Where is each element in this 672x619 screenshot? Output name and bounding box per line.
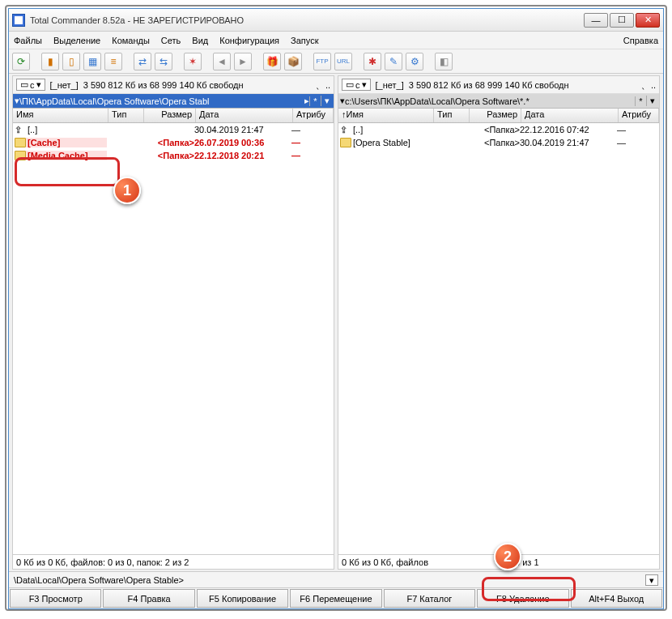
updir-icon: ⇪	[340, 125, 351, 134]
list-item[interactable]: ⇪[..] 30.04.2019 21:47—	[13, 123, 334, 136]
menu-config[interactable]: Конфигурация	[219, 36, 279, 45]
f6-move-button[interactable]: F6 Перемещение	[290, 589, 381, 608]
folder-icon	[15, 151, 26, 160]
start-menu-icon[interactable]: ✱	[364, 53, 381, 70]
command-line[interactable]: \Data\Local\Opera Software\Opera Stable>…	[9, 571, 663, 587]
menu-commands[interactable]: Команды	[112, 36, 150, 45]
altf4-exit-button[interactable]: Alt+F4 Выход	[571, 589, 662, 608]
col-type: Тип	[434, 109, 470, 122]
left-filelist[interactable]: ⇪[..] 30.04.2019 21:47— [Cache] <Папка> …	[13, 123, 334, 554]
f5-copy-button[interactable]: F5 Копирование	[197, 589, 288, 608]
col-attr: Атрибу	[293, 109, 334, 122]
root-button[interactable]: ˎ	[316, 79, 321, 90]
control-panel-icon[interactable]: ⚙	[406, 53, 423, 70]
parent-button[interactable]: ..	[651, 80, 656, 90]
folder-icon	[340, 138, 351, 147]
parent-button[interactable]: ..	[325, 80, 330, 90]
col-name: Имя	[13, 109, 108, 122]
left-column-header[interactable]: Имя Тип Размер Дата Атрибу	[13, 109, 334, 123]
col-size: Размер	[470, 109, 521, 122]
pack-icon[interactable]: 🎁	[263, 53, 281, 70]
f4-edit-button[interactable]: F4 Правка	[103, 589, 194, 608]
app-icon	[12, 14, 25, 27]
right-drivebar: ▭ c ▾ [_нет_] 3 590 812 Кб из 68 999 140…	[338, 76, 659, 94]
updir-icon: ⇪	[15, 125, 26, 134]
drive-free-space: 3 590 812 Кб из 68 999 140 Кб свободн	[83, 80, 311, 90]
menu-net[interactable]: Сеть	[161, 36, 181, 45]
right-pathbar[interactable]: ▾ c:\Users\ПК\AppData\Local\Opera Softwa…	[338, 94, 659, 109]
col-size: Размер	[144, 109, 196, 122]
ftp-connect-icon[interactable]: FTP	[313, 53, 331, 70]
f3-view-button[interactable]: F3 Просмотр	[10, 589, 101, 608]
list-item[interactable]: [Opera Stable] <Папка> 30.04.2019 21:47—	[338, 136, 659, 149]
drive-label: [_нет_]	[376, 80, 404, 90]
left-statusbar: 0 Кб из 0 Кб, файлов: 0 из 0, папок: 2 и…	[13, 554, 334, 569]
split-view-icon[interactable]: ◧	[435, 53, 453, 70]
col-date: Дата	[521, 109, 619, 122]
col-attr: Атрибу	[619, 109, 659, 122]
command-prompt: \Data\Local\Opera Software\Opera Stable>	[14, 575, 645, 585]
menu-files[interactable]: Файлы	[14, 36, 42, 45]
history-icon[interactable]: ▾	[321, 96, 332, 106]
target-equal-source-icon[interactable]: ⇆	[155, 53, 172, 70]
right-drive-button[interactable]: ▭ c ▾	[342, 79, 371, 91]
left-path: \ПК\AppData\Local\Opera Software\Opera S…	[19, 96, 304, 106]
col-date: Дата	[196, 109, 293, 122]
unpack-icon[interactable]: 📦	[284, 53, 302, 70]
left-drive-button[interactable]: ▭ c ▾	[16, 79, 45, 91]
view-full-icon[interactable]: ▯	[62, 53, 80, 70]
col-type: Тип	[108, 109, 144, 122]
refresh-icon[interactable]: ⟳	[12, 53, 30, 70]
favorites-icon[interactable]: *	[635, 96, 646, 106]
history-icon[interactable]: ▾	[646, 96, 657, 106]
swap-panels-icon[interactable]: ⇄	[134, 53, 151, 70]
f7-mkdir-button[interactable]: F7 Каталог	[384, 589, 475, 608]
right-panel: ▭ c ▾ [_нет_] 3 590 812 Кб из 68 999 140…	[338, 75, 660, 570]
menu-view[interactable]: Вид	[192, 36, 208, 45]
favorites-icon[interactable]: *	[309, 96, 321, 106]
left-pathbar[interactable]: ▾ \ПК\AppData\Local\Opera Software\Opera…	[13, 94, 334, 109]
folder-icon	[15, 138, 26, 147]
ftp-url-icon[interactable]: URL	[334, 53, 352, 70]
view-tree-icon[interactable]: ≡	[104, 53, 122, 70]
left-panel: ▭ c ▾ [_нет_] 3 590 812 Кб из 68 999 140…	[12, 75, 334, 570]
menu-selection[interactable]: Выделение	[53, 36, 100, 45]
right-column-header[interactable]: ↑Имя Тип Размер Дата Атрибу	[338, 109, 659, 123]
notepad-icon[interactable]: ✎	[385, 53, 402, 70]
back-icon[interactable]: ◄	[213, 53, 231, 70]
titlebar: Total Commander 8.52a - НЕ ЗАРЕГИСТРИРОВ…	[9, 9, 663, 32]
function-key-bar: F3 Просмотр F4 Правка F5 Копирование F6 …	[9, 587, 663, 608]
view-brief-icon[interactable]: ▮	[41, 53, 59, 70]
minimize-button[interactable]: —	[584, 13, 608, 28]
close-button[interactable]: ✕	[636, 13, 660, 28]
window-title: Total Commander 8.52a - НЕ ЗАРЕГИСТРИРОВ…	[30, 15, 584, 25]
invert-selection-icon[interactable]: ✶	[184, 53, 202, 70]
list-item[interactable]: ⇪[..] <Папка> 22.12.2016 07:42—	[338, 123, 659, 136]
view-thumbs-icon[interactable]: ▦	[83, 53, 101, 70]
left-drivebar: ▭ c ▾ [_нет_] 3 590 812 Кб из 68 999 140…	[13, 76, 334, 94]
col-name: Имя	[347, 109, 364, 119]
right-path: c:\Users\ПК\AppData\Local\Opera Software…	[345, 96, 635, 106]
menubar: Файлы Выделение Команды Сеть Вид Конфигу…	[9, 32, 663, 49]
f8-delete-button[interactable]: F8 Удаление	[477, 589, 568, 608]
drive-label: [_нет_]	[50, 80, 79, 90]
maximize-button[interactable]: ☐	[610, 13, 634, 28]
command-history-dropdown[interactable]: ▾	[645, 574, 658, 586]
menu-help[interactable]: Справка	[623, 36, 658, 45]
list-item[interactable]: [Cache] <Папка> 26.07.2019 00:36—	[13, 136, 334, 149]
menu-start[interactable]: Запуск	[291, 36, 318, 45]
right-statusbar: 0 Кб из 0 Кб, файлов ок: 0 из 1	[338, 554, 659, 569]
drive-free-space: 3 590 812 Кб из 68 999 140 Кб свободн	[409, 80, 636, 90]
forward-icon[interactable]: ►	[234, 53, 252, 70]
toolbar: ⟳ ▮ ▯ ▦ ≡ ⇄ ⇆ ✶ ◄ ► 🎁 📦 FTP URL ✱ ✎ ⚙ ◧	[9, 49, 663, 74]
root-button[interactable]: ˎ	[641, 79, 646, 90]
right-filelist[interactable]: ⇪[..] <Папка> 22.12.2016 07:42— [Opera S…	[338, 123, 659, 554]
list-item[interactable]: [Media Cache] <Папка> 22.12.2018 20:21—	[13, 149, 334, 162]
